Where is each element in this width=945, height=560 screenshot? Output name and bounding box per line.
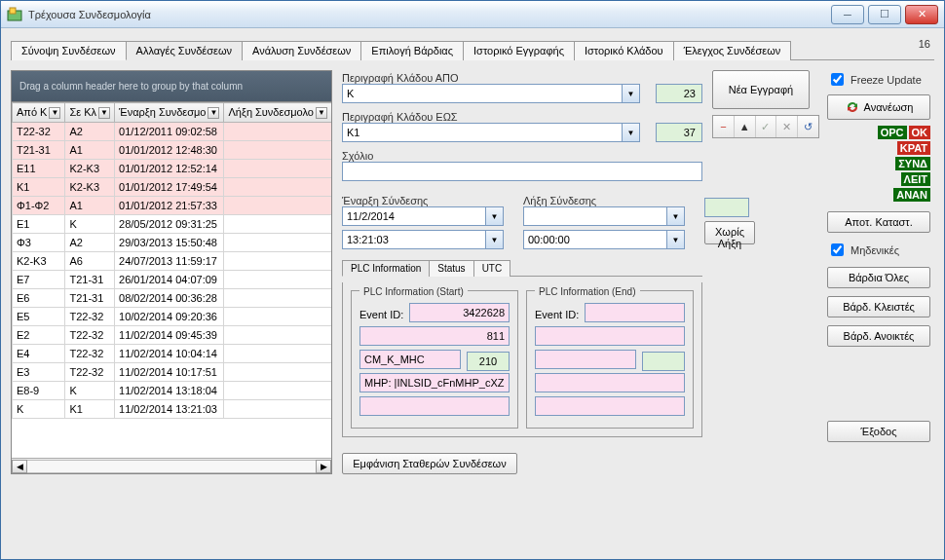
column-header[interactable]: Σε Κλ▼: [65, 103, 115, 123]
new-entry-button[interactable]: Νέα Εγγραφή: [712, 70, 810, 109]
main-tabs: Σύνοψη ΣυνδέσεωνΑλλαγές ΣυνδέσεωνΑνάλυση…: [11, 40, 934, 60]
window-title: Τρέχουσα Συνδεσμολογία: [28, 9, 831, 20]
tab-5[interactable]: Ιστορικό Κλάδου: [574, 41, 674, 60]
status-badge: ΑΝΑΝ: [893, 188, 930, 202]
plc-end-val3[interactable]: [535, 350, 636, 369]
nav-btn-1[interactable]: ▲: [735, 116, 756, 137]
table-row[interactable]: E3T22-3211/02/2014 10:17:51: [13, 363, 332, 382]
nav-btn-0[interactable]: −: [713, 116, 735, 137]
table-row[interactable]: E8-9K11/02/2014 13:18:04: [13, 382, 332, 400]
table-row[interactable]: E7T21-3126/01/2014 04:07:09: [13, 271, 332, 289]
horizontal-scrollbar[interactable]: ◀ ▶: [12, 458, 331, 473]
plc-end-val2[interactable]: [535, 326, 685, 346]
nav-btn-3[interactable]: ✕: [776, 116, 798, 137]
data-grid[interactable]: Από Κ▼Σε Κλ▼Έναρξη Συνδεσμο▼Λήξη Συνδεσμ…: [11, 101, 332, 474]
scroll-right-button[interactable]: ▶: [316, 460, 331, 473]
plc-start-fieldset: PLC Information (Start) Event ID:: [351, 290, 518, 429]
to-branch-input[interactable]: [342, 123, 623, 142]
start-connection-label: Έναρξη Σύνδεσης: [342, 195, 504, 206]
table-row[interactable]: E2T22-3211/02/2014 09:45:39: [13, 326, 332, 345]
plc-end-val4[interactable]: [535, 373, 685, 392]
table-row[interactable]: E11K2-K301/01/2012 12:52:14: [13, 160, 332, 178]
app-icon: [7, 7, 22, 22]
exit-button[interactable]: Έξοδος: [827, 421, 930, 442]
from-branch-combo[interactable]: ▼: [342, 84, 640, 103]
status-badge: OK: [909, 126, 931, 139]
titlebar: Τρέχουσα Συνδεσμολογία ─ ☐ ✕: [1, 1, 944, 28]
refresh-button[interactable]: Ανανέωση: [827, 94, 930, 120]
end-date-combo[interactable]: ▼: [523, 206, 685, 226]
dropdown-icon[interactable]: ▼: [623, 123, 640, 142]
table-row[interactable]: T21-31A101/01/2012 12:48:30: [13, 141, 332, 160]
tab-1[interactable]: Αλλαγές Συνδέσεων: [126, 41, 243, 60]
start-time-combo[interactable]: ▼: [342, 230, 504, 249]
column-header[interactable]: Από Κ▼: [13, 103, 65, 123]
minimize-button[interactable]: ─: [831, 5, 864, 24]
plc-start-val2[interactable]: [359, 326, 510, 346]
tab-3[interactable]: Επιλογή Βάρδιας: [360, 41, 464, 60]
end-connection-label: Λήξη Σύνδεσης: [523, 195, 685, 206]
nav-btn-2[interactable]: ✓: [756, 116, 777, 137]
table-row[interactable]: E6T21-3108/02/2014 00:36:28: [13, 289, 332, 308]
nav-btn-4[interactable]: ↺: [798, 116, 818, 137]
from-branch-number: [656, 84, 702, 103]
table-row[interactable]: E5T22-3210/02/2014 09:20:36: [13, 308, 332, 326]
tab-0[interactable]: Σύνοψη Συνδέσεων: [11, 41, 127, 60]
open-shifts-button[interactable]: Βάρδ. Ανοικτές: [827, 325, 930, 347]
dropdown-icon[interactable]: ▼: [486, 230, 504, 249]
table-row[interactable]: Φ1-Φ2A101/01/2012 21:57:33: [13, 197, 332, 215]
plc-start-val3-num: [467, 352, 510, 371]
column-header[interactable]: Έναρξη Συνδεσμο▼: [115, 103, 224, 123]
close-button[interactable]: ✕: [905, 5, 938, 24]
table-row[interactable]: KK111/02/2014 13:21:03: [13, 400, 332, 419]
plc-end-fieldset: PLC Information (End) Event ID:: [526, 290, 694, 429]
plc-start-val4[interactable]: [359, 373, 510, 392]
subtab-0[interactable]: PLC Information: [342, 260, 430, 277]
maximize-button[interactable]: ☐: [868, 5, 901, 24]
to-branch-number: [656, 123, 702, 142]
dropdown-icon[interactable]: ▼: [623, 84, 640, 103]
subtab-1[interactable]: Status: [429, 260, 473, 277]
column-header[interactable]: Λήξη Συνδεσμολο▼: [224, 103, 331, 123]
record-nav: −▲✓✕↺: [712, 115, 819, 138]
plc-start-val5[interactable]: [359, 396, 510, 416]
tab-6[interactable]: Έλεγχος Συνδέσεων: [673, 41, 792, 60]
table-row[interactable]: E4T22-3211/02/2014 10:04:14: [13, 345, 332, 363]
table-row[interactable]: E1K28/05/2012 09:31:25: [13, 215, 332, 234]
all-shifts-button[interactable]: Βάρδια Όλες: [827, 267, 930, 288]
table-row[interactable]: K1K2-K301/01/2012 17:49:54: [13, 178, 332, 197]
dropdown-icon[interactable]: ▼: [667, 230, 685, 249]
end-time-combo[interactable]: ▼: [523, 230, 685, 249]
plc-end-event-id[interactable]: [585, 303, 685, 322]
event-id-label: Event ID:: [359, 309, 403, 320]
table-row[interactable]: Φ3A229/03/2013 15:50:48: [13, 234, 332, 252]
table-row[interactable]: K2-K3A624/07/2013 11:59:17: [13, 252, 332, 271]
tab-4[interactable]: Ιστορικό Εγγραφής: [463, 41, 575, 60]
scroll-left-button[interactable]: ◀: [12, 460, 27, 473]
closed-shifts-button[interactable]: Βάρδ. Κλειστές: [827, 296, 930, 317]
comment-label: Σχόλιο: [342, 150, 702, 162]
status-badges: OPCOKKPATΣΥΝΔΛΕΙΤΑΝΑΝ: [827, 126, 930, 202]
table-row[interactable]: T22-32A201/12/2011 09:02:58: [13, 123, 332, 141]
from-branch-input[interactable]: [342, 84, 623, 103]
refresh-icon: [845, 99, 860, 115]
group-by-hint[interactable]: Drag a column header here to group by th…: [11, 70, 332, 101]
tab-2[interactable]: Ανάλυση Συνδέσεων: [242, 41, 361, 60]
status-result-button[interactable]: Αποτ. Καταστ.: [827, 211, 930, 233]
plc-end-val5[interactable]: [535, 396, 685, 416]
from-branch-label: Περιγραφή Κλάδου ΑΠΟ: [342, 72, 702, 84]
dropdown-icon[interactable]: ▼: [486, 206, 504, 226]
plc-start-event-id[interactable]: [409, 303, 510, 322]
scroll-track[interactable]: [27, 460, 316, 473]
freeze-update-checkbox[interactable]: Freeze Update: [827, 70, 930, 89]
plc-start-val3[interactable]: [359, 350, 461, 369]
start-date-combo[interactable]: ▼: [342, 206, 504, 226]
to-branch-combo[interactable]: ▼: [342, 123, 640, 142]
zeros-checkbox[interactable]: Μηδενικές: [827, 241, 930, 259]
show-static-connections-button[interactable]: Εμφάνιση Σταθερών Συνδέσεων: [342, 453, 517, 474]
comment-input[interactable]: [342, 162, 702, 181]
dropdown-icon[interactable]: ▼: [667, 206, 685, 226]
plc-end-val3-num: [642, 352, 685, 371]
app-window: Τρέχουσα Συνδεσμολογία ─ ☐ ✕ 16 Σύνοψη Σ…: [0, 0, 945, 560]
subtab-2[interactable]: UTC: [473, 260, 511, 277]
